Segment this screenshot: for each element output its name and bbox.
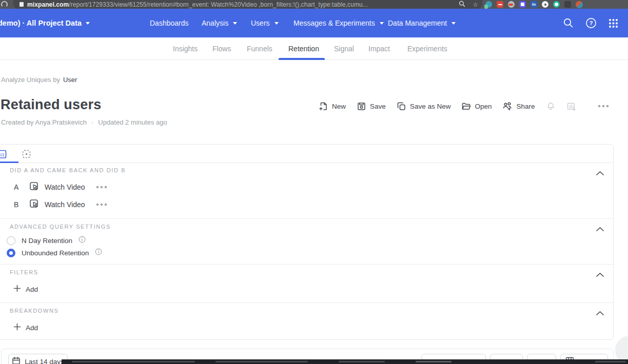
extension-icon[interactable]: [508, 1, 515, 8]
project-label: demo) · All Project Data: [0, 19, 82, 27]
address-bar[interactable]: mixpanel.com/report/1729333/view/61255/r…: [13, 0, 482, 9]
help-icon[interactable]: ?: [585, 17, 597, 29]
nav-item-data-management[interactable]: Data Management: [388, 9, 456, 37]
share-button[interactable]: Share: [502, 102, 535, 111]
nav-item-users[interactable]: Users: [251, 9, 279, 37]
project-selector[interactable]: demo) · All Project Data: [0, 9, 90, 37]
calendar-icon: [12, 356, 21, 364]
row-more-icon[interactable]: [96, 186, 107, 189]
extension-icon[interactable]: [542, 1, 548, 8]
frame-icon: [21, 148, 32, 160]
report-tabbar: Insights Flows Funnels Retention Signal …: [0, 37, 628, 60]
builder-view-tabs: [0, 145, 613, 163]
analyze-uniques-row: Analyze Uniques byUser: [1, 76, 77, 84]
event-picker[interactable]: Watch Video: [45, 183, 85, 191]
tab-experiments[interactable]: Experiments: [407, 37, 447, 60]
add-breakdown-button[interactable]: Add: [13, 322, 38, 333]
open-button[interactable]: Open: [461, 102, 492, 111]
alert-bell-icon[interactable]: [546, 102, 556, 111]
new-button[interactable]: New: [319, 102, 346, 111]
radio-icon[interactable]: [7, 236, 15, 245]
tab-funnels[interactable]: Funnels: [247, 37, 272, 60]
url-text: mixpanel.com/report/1729333/view/61255/r…: [27, 1, 368, 8]
active-cardtab-underline: [0, 161, 18, 163]
board-icon: [0, 148, 8, 160]
date-range-button[interactable]: Last 14 days: [8, 354, 68, 364]
save-button[interactable]: Save: [357, 102, 386, 111]
divider: [0, 218, 613, 219]
info-icon[interactable]: [78, 236, 86, 245]
plus-icon: [13, 285, 21, 294]
section-title-filters: FILTERS: [10, 269, 38, 275]
site-info-icon[interactable]: [19, 2, 24, 7]
tab-impact[interactable]: Impact: [368, 37, 390, 60]
puzzle-extensions-icon[interactable]: [564, 1, 571, 8]
extension-icon[interactable]: in: [531, 1, 537, 8]
caret-down-icon: [380, 22, 384, 25]
event-picker[interactable]: Watch Video: [45, 200, 85, 209]
bookmark-star-icon[interactable]: ☆: [473, 2, 478, 8]
nav-item-messages-experiments[interactable]: Messages & Experiments: [293, 9, 384, 37]
radio-unbounded-retention[interactable]: Unbounded Retention: [1, 248, 102, 258]
divider: [0, 264, 613, 265]
clipped-overlay-strip: [62, 359, 628, 364]
event-row-a: A Watch Video: [1, 180, 107, 194]
tab-insights[interactable]: Insights: [173, 37, 198, 60]
created-by: Created by Anya Pratskevich: [1, 118, 87, 126]
active-tab-underline: [279, 58, 325, 60]
analyze-label: Analyze Uniques by: [1, 76, 60, 84]
chevron-up-icon[interactable]: [596, 225, 604, 230]
extension-icon[interactable]: [553, 1, 560, 8]
extension-icon[interactable]: [497, 1, 503, 8]
section-title-did: DID A AND CAME BACK AND DID B: [10, 167, 126, 173]
updated-ago: Updated 2 minutes ago: [98, 118, 167, 126]
radio-checked-icon[interactable]: [7, 249, 15, 257]
analyze-value-dropdown[interactable]: User: [63, 76, 77, 84]
focus-view-tab[interactable]: [15, 145, 37, 163]
browser-chrome: mixpanel.com/report/1729333/view/61255/r…: [0, 0, 628, 9]
board-view-tab[interactable]: [0, 145, 13, 163]
add-to-board-icon[interactable]: [566, 102, 576, 111]
browser-extensions: in: [485, 1, 583, 8]
chevron-up-icon[interactable]: [596, 270, 604, 275]
url-domain: mixpanel.com: [27, 1, 69, 8]
extension-icon[interactable]: [485, 1, 492, 8]
more-options-icon[interactable]: [587, 105, 609, 108]
row-label: A: [14, 183, 21, 191]
tab-signal[interactable]: Signal: [334, 37, 354, 60]
radio-n-day-retention[interactable]: N Day Retention: [1, 235, 86, 246]
extension-icon[interactable]: [519, 1, 526, 8]
save-as-new-button[interactable]: Save as New: [397, 102, 451, 111]
caret-down-icon: [86, 22, 90, 25]
apps-grid-icon[interactable]: [608, 18, 619, 29]
section-title-breakdowns: BREAKDOWNS: [10, 308, 58, 314]
caret-down-icon: [452, 22, 456, 25]
nav-item-dashboards[interactable]: Dashboards: [150, 9, 189, 37]
url-path: /report/1729333/view/61255/retention#bor…: [69, 1, 368, 8]
row-label: B: [14, 200, 21, 209]
main-nav: demo) · All Project Data Dashboards Anal…: [0, 9, 628, 37]
caret-down-icon: [233, 22, 237, 25]
chevron-up-icon[interactable]: [596, 169, 604, 174]
section-title-advanced: ADVANCED QUERY SETTINGS: [10, 224, 111, 230]
event-cursor-icon: [29, 181, 40, 194]
nav-item-analysis[interactable]: Analysis: [202, 9, 237, 37]
plus-icon: [13, 323, 21, 333]
event-cursor-icon: [29, 198, 40, 211]
page-title: Retained users: [1, 97, 101, 113]
chevron-up-icon[interactable]: [596, 309, 604, 314]
search-icon[interactable]: [459, 0, 465, 9]
tab-flows[interactable]: Flows: [212, 37, 231, 60]
row-more-icon[interactable]: [96, 204, 107, 206]
search-icon[interactable]: [563, 17, 574, 29]
divider: [0, 302, 613, 303]
reload-icon[interactable]: [1, 1, 8, 8]
add-filter-button[interactable]: Add: [13, 284, 38, 294]
query-builder-card: DID A AND CAME BACK AND DID B A Watch Vi…: [0, 144, 614, 340]
report-actions: New Save Save as New Open Share: [319, 99, 609, 113]
tab-retention[interactable]: Retention: [288, 37, 319, 60]
event-row-b: B Watch Video: [1, 198, 107, 211]
report-meta: Created by Anya Pratskevich · Updated 2 …: [1, 118, 167, 126]
info-icon[interactable]: [95, 248, 102, 257]
profile-avatar[interactable]: [576, 1, 583, 8]
